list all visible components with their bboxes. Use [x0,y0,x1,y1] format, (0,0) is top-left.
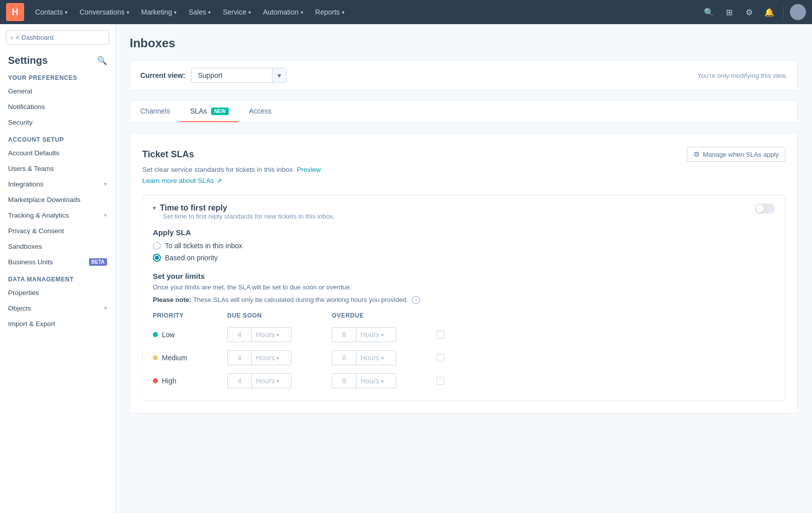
notifications-icon[interactable]: 🔔 [761,4,777,20]
checkbox-medium[interactable] [436,354,444,362]
table-row-medium: Medium Hours ▾ [153,346,775,369]
ticket-slas-header: Ticket SLAs ⚙ Manage when SLAs apply [142,147,785,162]
sidebar-item-import-export[interactable]: Import & Export [0,316,115,332]
sidebar-item-tracking-analytics[interactable]: Tracking & Analytics ▾ [0,208,115,223]
due-soon-value-medium[interactable] [227,350,251,365]
apply-sla-title: Apply SLA [153,228,775,237]
sidebar-item-marketplace-downloads[interactable]: Marketplace Downloads [0,192,115,208]
sidebar-item-objects[interactable]: Objects ▾ [0,300,115,316]
due-soon-unit-medium[interactable]: Hours ▾ [251,350,292,365]
settings-icon[interactable]: ⚙ [741,4,757,20]
manage-icon: ⚙ [693,150,700,158]
sidebar-header: Settings 🔍 [0,49,115,68]
learn-more-link[interactable]: Learn more about SLAs ↗ [142,177,222,185]
overdue-value-high[interactable] [332,373,356,388]
nav-reports[interactable]: Reports ▾ [310,6,349,18]
overdue-unit-low[interactable]: Hours ▾ [356,327,396,342]
sla-description: Set clear service standards for tickets … [142,166,785,173]
checkbox-high[interactable] [436,377,444,385]
nav-service[interactable]: Service ▾ [218,6,256,18]
sla-section-subtitle: Set time to first reply standards for ne… [163,213,335,220]
sla-section-header: ▾ Time to first reply Set time to first … [153,203,775,220]
sidebar-item-sandboxes[interactable]: Sandboxes [0,239,115,254]
current-view-select[interactable]: Support ▾ [191,68,287,83]
priority-dot-low [153,332,158,337]
external-link-icon: ↗ [216,177,222,185]
manage-slas-button[interactable]: ⚙ Manage when SLAs apply [687,147,785,162]
overdue-unit-low-chevron: ▾ [381,332,384,338]
overdue-unit-medium-chevron: ▾ [381,355,384,361]
current-view-dropdown-btn[interactable]: ▾ [272,68,286,82]
time-to-first-reply-section: ▾ Time to first reply Set time to first … [142,195,785,401]
sidebar-item-general[interactable]: General [0,83,115,99]
sidebar-item-business-units[interactable]: Business Units BETA [0,254,115,270]
sidebar-item-security[interactable]: Security [0,115,115,130]
checkbox-low[interactable] [436,331,444,339]
overdue-input-low: Hours ▾ [332,327,432,342]
sidebar-item-integrations[interactable]: Integrations ▾ [0,176,115,192]
nav-service-chevron: ▾ [248,10,251,15]
overdue-unit-high[interactable]: Hours ▾ [356,373,396,388]
due-soon-value-high[interactable] [227,373,251,388]
page-title: Inboxes [130,36,798,50]
overdue-value-medium[interactable] [332,350,356,365]
nav-reports-chevron: ▾ [342,10,344,15]
hubspot-logo[interactable]: H [6,3,24,21]
sidebar-search-icon[interactable]: 🔍 [97,56,107,65]
nav-automation[interactable]: Automation ▾ [258,6,308,18]
sidebar-item-users-teams[interactable]: Users & Teams [0,161,115,176]
table-row-high: High Hours ▾ [153,369,775,392]
integrations-chevron-icon: ▾ [104,181,107,187]
nav-conversations[interactable]: Conversations ▾ [74,6,134,18]
main-content: Inboxes Current view: Support ▾ You're o… [116,24,812,513]
sidebar-item-account-defaults[interactable]: Account Defaults [0,145,115,161]
radio-based-on-priority[interactable]: Based on priority [153,254,775,262]
top-nav-icons: 🔍 ⊞ ⚙ 🔔 [701,4,806,20]
nav-contacts[interactable]: Contacts ▾ [30,6,72,18]
tab-slas[interactable]: SLAs NEW [180,101,239,122]
user-avatar[interactable] [790,4,806,20]
overdue-value-low[interactable] [332,327,356,342]
current-view-note: You're only modifying this view. [697,72,787,79]
tab-access[interactable]: Access [239,101,282,122]
section-chevron-icon[interactable]: ▾ [153,204,156,212]
marketplace-icon[interactable]: ⊞ [721,4,737,20]
due-soon-unit-high[interactable]: Hours ▾ [251,373,292,388]
due-soon-value-low[interactable] [227,327,251,342]
nav-marketing[interactable]: Marketing ▾ [136,6,182,18]
sidebar-item-properties[interactable]: Properties [0,285,115,300]
overdue-unit-medium[interactable]: Hours ▾ [356,350,396,365]
ticket-slas-title: Ticket SLAs [142,149,194,160]
nav-conversations-chevron: ▾ [127,10,129,15]
col-header-extra [436,312,457,319]
sla-section-toggle[interactable] [755,203,775,214]
due-soon-unit-low-chevron: ▾ [277,332,279,338]
set-limits-desc: Once your limits are met, the SLA will b… [153,283,775,291]
info-icon[interactable]: i [412,296,420,304]
nav-automation-chevron: ▾ [301,10,303,15]
col-header-overdue: Overdue [332,312,432,319]
sidebar-item-privacy-consent[interactable]: Privacy & Consent [0,223,115,239]
sidebar-item-notifications[interactable]: Notifications [0,99,115,115]
due-soon-unit-medium-chevron: ▾ [277,355,279,361]
search-icon[interactable]: 🔍 [701,4,717,20]
dashboard-button[interactable]: ‹ < Dashboard [6,30,109,45]
due-soon-input-medium: Hours ▾ [227,350,328,365]
account-setup-section-label: Account Setup [0,130,115,145]
priority-cell-low: Low [153,331,223,339]
tab-channels[interactable]: Channels [130,101,180,122]
radio-all-tickets[interactable]: To all tickets in this inbox [153,242,775,250]
sla-section-title: Time to first reply [160,203,227,213]
priority-dot-high [153,378,158,383]
please-note-label: Please note: [153,296,192,303]
sla-preview-link[interactable]: Preview [297,166,321,173]
tracking-chevron-icon: ▾ [104,212,107,219]
col-header-priority: Priority [153,312,223,319]
due-soon-unit-high-chevron: ▾ [277,378,279,384]
nav-sales[interactable]: Sales ▾ [184,6,216,18]
radio-all-tickets-circle [153,242,161,250]
sidebar: ‹ < Dashboard Settings 🔍 Your Preference… [0,24,116,513]
due-soon-unit-low[interactable]: Hours ▾ [251,327,292,342]
beta-badge: BETA [89,258,107,266]
objects-chevron-icon: ▾ [104,305,107,312]
